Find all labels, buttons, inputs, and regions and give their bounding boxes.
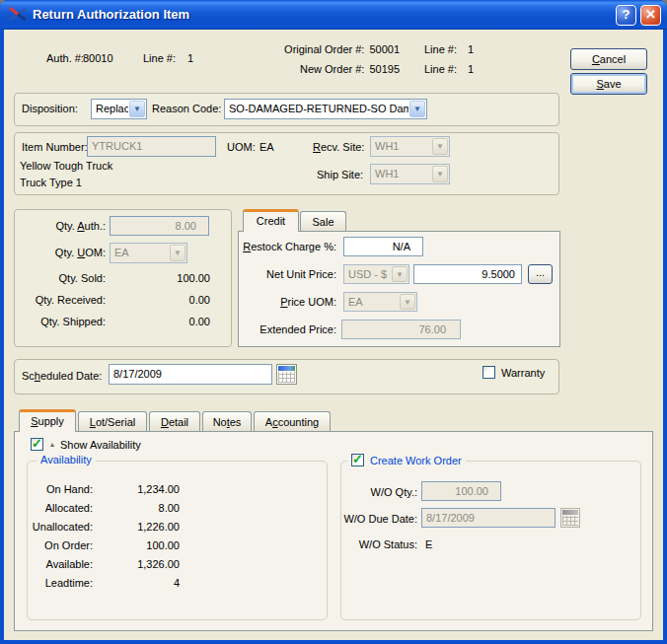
item-description-line1: Yellow Tough Truck xyxy=(20,160,112,172)
scheduled-date-field[interactable]: 8/17/2009 xyxy=(109,364,272,385)
original-order-label: Original Order #: xyxy=(284,43,364,55)
chevron-down-icon[interactable]: ▼ xyxy=(409,101,425,117)
qty-received-value: 0.00 xyxy=(113,294,210,306)
line-number-value: 1 xyxy=(187,52,193,64)
close-icon[interactable]: ✕ xyxy=(640,5,661,26)
qty-auth-field: 8.00 xyxy=(110,216,209,236)
tab-supply[interactable]: Supply xyxy=(19,409,76,432)
new-order-line-value: 1 xyxy=(468,63,474,75)
warranty-label: Warranty xyxy=(501,367,545,379)
calendar-icon-disabled xyxy=(560,508,580,528)
tab-notes[interactable]: Notes xyxy=(202,411,252,431)
available-value: 1,326.00 xyxy=(97,558,180,570)
wo-due-date-field: 8/17/2009 xyxy=(421,508,556,528)
allocated-value: 8.00 xyxy=(97,502,180,514)
net-unit-price-label: Net Unit Price: xyxy=(239,268,336,280)
available-label: Available: xyxy=(28,558,93,570)
tab-accounting[interactable]: Accounting xyxy=(254,411,331,431)
original-order-line-value: 1 xyxy=(468,43,474,55)
tab-credit[interactable]: Credit xyxy=(243,209,299,232)
create-work-order-title: Create Work Order xyxy=(370,455,462,466)
auth-number-value: 80010 xyxy=(83,52,113,64)
on-hand-value: 1,234.00 xyxy=(97,483,180,495)
currency-select: USD - $▼ xyxy=(343,264,409,284)
ship-site-label: Ship Site: xyxy=(317,169,363,180)
leadtime-label: Leadtime: xyxy=(28,577,93,589)
chevron-down-icon[interactable]: ▼ xyxy=(129,101,145,117)
dialog-body: Auth. #: 80010 Line #: 1 Original Order … xyxy=(4,30,663,640)
qty-sold-label: Qty. Sold: xyxy=(15,272,106,284)
auth-number-label: Auth. #: xyxy=(46,52,84,64)
qty-received-label: Qty. Received: xyxy=(15,294,106,306)
collapse-caret-icon[interactable]: ▴ xyxy=(50,440,54,449)
wo-status-label: W/O Status: xyxy=(341,538,417,550)
on-hand-label: On Hand: xyxy=(28,483,93,495)
disposition-label: Disposition: xyxy=(22,103,78,114)
restock-charge-field[interactable]: N/A xyxy=(343,237,423,256)
tab-detail[interactable]: Detail xyxy=(149,411,200,431)
checkmark-icon: ✓ xyxy=(32,436,42,451)
chevron-down-icon: ▼ xyxy=(400,294,415,310)
show-availability-checkbox[interactable]: ✓ xyxy=(31,438,43,451)
original-order-line-label: Line #: xyxy=(424,43,457,55)
warranty-checkbox[interactable] xyxy=(482,366,495,379)
availability-group: Availability On Hand: 1,234.00 Allocated… xyxy=(27,461,328,620)
create-work-order-group: ✓ Create Work Order W/O Qty.: 100.00 W/O… xyxy=(340,461,641,620)
checkmark-icon: ✓ xyxy=(352,452,363,466)
qty-shipped-label: Qty. Shipped: xyxy=(15,316,106,327)
item-number-label: Item Number: xyxy=(22,141,88,153)
save-button[interactable]: Save xyxy=(570,73,647,95)
wo-qty-label: W/O Qty.: xyxy=(341,486,417,498)
price-lookup-button[interactable]: ... xyxy=(528,264,553,284)
chevron-down-icon: ▼ xyxy=(432,166,448,182)
credit-tab-panel: Restock Charge %: N/A Net Unit Price: US… xyxy=(238,231,560,347)
window-title: Return Authorization Item xyxy=(33,7,189,22)
reason-code-select[interactable]: SO-DAMAGED-RETURNED-SO Damage▼ xyxy=(224,99,427,119)
disposition-select[interactable]: Replace▼ xyxy=(91,99,147,119)
app-logo-icon xyxy=(8,6,28,24)
new-order-value: 50195 xyxy=(369,63,400,75)
quantity-section: Qty. Auth.: 8.00 Qty. UOM: EA▼ Qty. Sold… xyxy=(14,209,232,347)
restock-charge-label: Restock Charge %: xyxy=(239,241,336,252)
original-order-value: 50001 xyxy=(369,43,400,55)
chevron-down-icon: ▼ xyxy=(170,245,185,261)
create-work-order-checkbox[interactable]: ✓ xyxy=(351,454,364,466)
extended-price-field: 76.00 xyxy=(341,320,461,339)
qty-uom-label: Qty. UOM: xyxy=(15,247,106,258)
price-uom-select: EA▼ xyxy=(343,292,417,312)
on-order-value: 100.00 xyxy=(97,539,180,551)
line-number-label: Line #: xyxy=(143,52,176,64)
new-order-line-label: Line #: xyxy=(424,63,457,75)
help-button[interactable]: ? xyxy=(616,5,636,26)
new-order-label: New Order #: xyxy=(300,63,364,75)
item-description-line2: Truck Type 1 xyxy=(20,177,82,188)
qty-shipped-value: 0.00 xyxy=(113,316,210,327)
supply-tab-panel: ✓ ▴ Show Availability Availability On Ha… xyxy=(14,431,653,631)
reason-code-label: Reason Code: xyxy=(152,103,221,114)
qty-sold-value: 100.00 xyxy=(113,272,210,284)
price-uom-label: Price UOM: xyxy=(239,296,336,308)
net-unit-price-field[interactable]: 9.5000 xyxy=(413,264,522,284)
uom-value: EA xyxy=(259,141,274,153)
calendar-icon[interactable] xyxy=(276,364,297,385)
item-number-field: YTRUCK1 xyxy=(87,136,216,157)
ship-site-select: WH1▼ xyxy=(370,164,450,184)
qty-uom-select: EA▼ xyxy=(110,243,187,263)
wo-status-value: E xyxy=(425,538,432,550)
tab-lot-serial[interactable]: Lot/Serial xyxy=(78,411,147,431)
on-order-label: On Order: xyxy=(28,539,93,551)
uom-label: UOM: xyxy=(227,141,256,153)
scheduled-date-label: Scheduled Date: xyxy=(22,370,102,382)
original-order-row: Original Order #: 50001 xyxy=(275,43,400,55)
unallocated-label: Unallocated: xyxy=(28,521,93,533)
chevron-down-icon: ▼ xyxy=(392,266,408,282)
tab-sale[interactable]: Sale xyxy=(300,211,346,231)
cancel-button[interactable]: Cancel xyxy=(570,48,647,70)
dialog-window: Return Authorization Item ? ✕ Auth. #: 8… xyxy=(0,0,667,644)
allocated-label: Allocated: xyxy=(28,502,93,514)
extended-price-label: Extended Price: xyxy=(239,323,336,335)
new-order-row: New Order #: 50195 xyxy=(275,63,400,75)
recv-site-label: Recv. Site: xyxy=(313,141,364,153)
wo-due-date-label: W/O Due Date: xyxy=(341,513,417,525)
chevron-down-icon: ▼ xyxy=(432,138,448,155)
